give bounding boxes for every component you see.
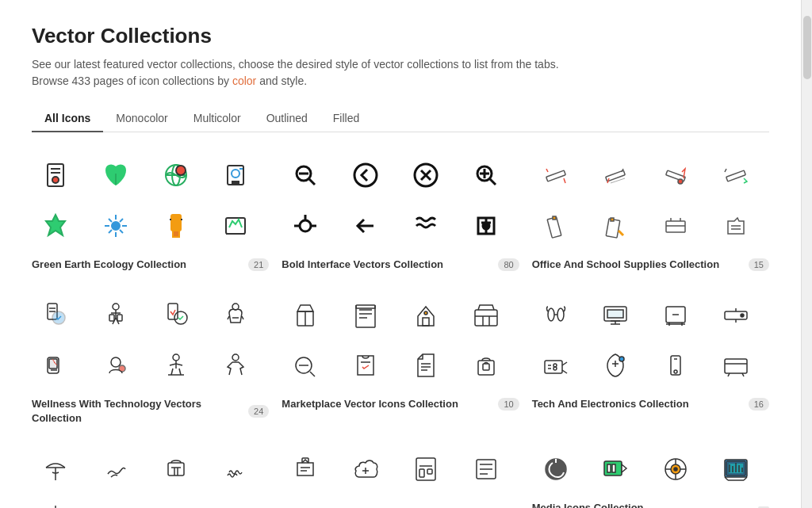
svg-line-20	[120, 219, 123, 222]
icon-cell	[462, 291, 510, 338]
icon-cell	[402, 151, 450, 199]
collection-footer-ecology: Green Earth Ecology Collection 21	[32, 258, 269, 272]
svg-point-139	[619, 357, 624, 361]
collection-footer-media: Media Icons Collection	[532, 501, 769, 508]
icon-cell	[212, 151, 259, 199]
svg-line-19	[120, 230, 123, 233]
collection-card-interface[interactable]: Bold Interface Vectors Collection 80	[282, 151, 519, 272]
icon-cell	[282, 496, 329, 508]
icon-cell	[402, 445, 450, 493]
icon-grid-interface2	[282, 445, 519, 508]
collection-card-media[interactable]: Media Icons Collection	[532, 445, 769, 508]
svg-point-10	[232, 170, 239, 178]
icon-cell	[92, 151, 140, 199]
icon-grid-ecology	[32, 151, 269, 250]
collection-card-ecology[interactable]: Green Earth Ecology Collection 21	[32, 151, 269, 272]
svg-point-129	[741, 314, 744, 317]
icon-grid-office	[532, 151, 769, 250]
collection-count: 10	[498, 398, 519, 411]
svg-rect-75	[117, 315, 122, 321]
collection-count: 21	[248, 258, 269, 271]
icon-cell	[652, 445, 699, 493]
icon-cell	[402, 496, 450, 508]
svg-point-84	[119, 365, 125, 372]
collection-footer-tech: Tech And Electronics Collection 16	[532, 397, 769, 411]
icon-cell	[342, 151, 389, 199]
collection-card-summer[interactable]: Summer Vacation Collection	[32, 445, 269, 508]
svg-point-85	[173, 354, 179, 361]
svg-rect-53	[726, 170, 746, 181]
page-subtitle: See our latest featured vector collectio…	[32, 56, 769, 90]
svg-line-21	[109, 230, 112, 233]
icon-cell	[152, 342, 200, 389]
icon-cell	[592, 445, 639, 493]
icon-cell	[462, 151, 510, 199]
svg-line-49	[622, 169, 623, 172]
svg-rect-197	[607, 464, 611, 472]
svg-point-31	[354, 164, 377, 186]
icon-grid-tech	[532, 291, 769, 389]
icon-cell	[32, 291, 79, 338]
icon-cell	[462, 445, 510, 493]
svg-point-142	[674, 370, 677, 373]
page-title: Vector Collections	[32, 24, 769, 48]
icon-cell	[402, 202, 450, 250]
tab-multicolor[interactable]: Multicolor	[181, 105, 254, 132]
icon-cell	[152, 202, 200, 250]
svg-rect-26	[226, 218, 245, 234]
svg-line-87	[171, 369, 173, 375]
icon-cell	[532, 291, 580, 338]
collection-card-interface2[interactable]: Interface Vectors Collection	[282, 445, 519, 508]
tab-monocolor[interactable]: Monocolor	[103, 105, 180, 132]
icon-cell	[282, 151, 329, 199]
collection-count: 80	[498, 258, 519, 271]
tab-outlined[interactable]: Outlined	[254, 105, 320, 132]
svg-line-46	[546, 169, 548, 172]
svg-point-3	[52, 177, 59, 183]
icon-cell	[152, 291, 200, 338]
icon-cell	[712, 202, 760, 250]
icon-cell	[462, 342, 510, 389]
svg-point-114	[557, 308, 564, 321]
icon-grid-summer	[32, 445, 269, 508]
svg-point-113	[548, 308, 554, 321]
scrollbar-thumb[interactable]	[803, 16, 811, 79]
icon-cell	[32, 151, 79, 199]
icon-cell	[212, 496, 259, 508]
icon-cell	[532, 202, 580, 250]
collection-name: Media Icons Collection	[532, 501, 752, 508]
icon-cell	[652, 291, 699, 338]
collection-card-wellness[interactable]: Wellness With Technology Vectors Collect…	[32, 291, 269, 426]
svg-line-48	[607, 178, 609, 183]
icon-cell	[532, 342, 580, 389]
icon-cell	[342, 342, 389, 389]
svg-point-83	[111, 357, 121, 367]
scrollbar[interactable]	[801, 0, 812, 508]
icon-cell	[92, 445, 140, 493]
svg-rect-11	[232, 181, 239, 184]
icon-cell	[652, 202, 699, 250]
collection-name: Tech And Electronics Collection	[532, 397, 742, 411]
svg-line-136	[562, 370, 567, 373]
tab-all-icons[interactable]: All Icons	[32, 105, 103, 132]
collection-card-marketplace[interactable]: Marketplace Vector Icons Collection 10	[282, 291, 519, 426]
collection-card-tech[interactable]: Tech And Electronics Collection 16	[532, 291, 769, 426]
icon-cell	[282, 342, 329, 389]
collections-grid: Green Earth Ecology Collection 21	[32, 151, 769, 508]
svg-point-69	[113, 304, 119, 310]
icon-cell	[592, 342, 639, 389]
svg-rect-100	[475, 310, 497, 326]
icon-cell	[712, 342, 760, 389]
svg-rect-57	[611, 218, 614, 221]
icon-cell	[282, 202, 329, 250]
icon-cell	[282, 291, 329, 338]
icon-cell	[212, 202, 259, 250]
collection-card-office[interactable]: Office And School Supplies Collection 15	[532, 151, 769, 272]
icon-cell	[342, 202, 389, 250]
tab-filled[interactable]: Filled	[320, 105, 372, 132]
icon-cell	[92, 291, 140, 338]
icon-cell	[592, 202, 639, 250]
svg-point-90	[232, 354, 239, 361]
icon-cell	[532, 151, 580, 199]
svg-point-13	[112, 222, 120, 230]
